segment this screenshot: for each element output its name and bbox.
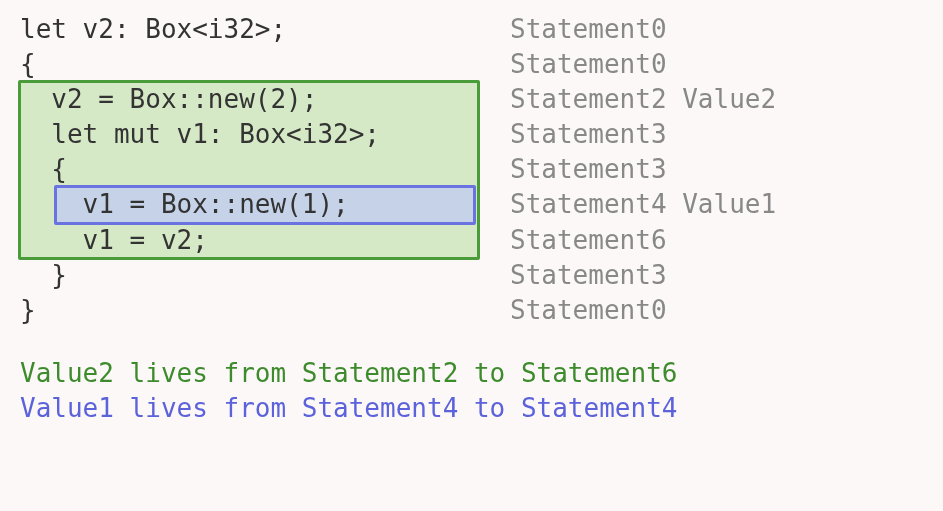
annotation-cell: Statement2 Value2 [500,82,776,117]
code-cell: } [0,293,500,328]
legend-line-value2: Value2 lives from Statement2 to Statemen… [20,356,943,391]
code-cell: v1 = v2; [0,223,500,258]
legend-line-value1: Value1 lives from Statement4 to Statemen… [20,391,943,426]
annotation-cell: Statement0 [500,293,667,328]
code-cell: v2 = Box::new(2); [0,82,500,117]
code-text: let v2: Box<i32>;Statement0{Statement0 v… [0,12,943,328]
annotation-cell: Statement0 [500,47,667,82]
code-row: v1 = Box::new(1);Statement4 Value1 [0,187,943,222]
code-cell: { [0,47,500,82]
code-cell: let v2: Box<i32>; [0,12,500,47]
code-row: v1 = v2;Statement6 [0,223,943,258]
annotation-cell: Statement3 [500,117,667,152]
code-cell: v1 = Box::new(1); [0,187,500,222]
code-block: let v2: Box<i32>;Statement0{Statement0 v… [0,12,943,328]
code-row: }Statement0 [0,293,943,328]
annotation-cell: Statement6 [500,223,667,258]
annotation-cell: Statement3 [500,152,667,187]
code-cell: { [0,152,500,187]
code-row: {Statement3 [0,152,943,187]
code-row: {Statement0 [0,47,943,82]
code-row: let v2: Box<i32>;Statement0 [0,12,943,47]
code-cell: } [0,258,500,293]
code-cell: let mut v1: Box<i32>; [0,117,500,152]
code-row: let mut v1: Box<i32>;Statement3 [0,117,943,152]
code-row: }Statement3 [0,258,943,293]
annotation-cell: Statement4 Value1 [500,187,776,222]
annotation-cell: Statement3 [500,258,667,293]
code-row: v2 = Box::new(2);Statement2 Value2 [0,82,943,117]
annotation-cell: Statement0 [500,12,667,47]
legend: Value2 lives from Statement2 to Statemen… [0,328,943,426]
